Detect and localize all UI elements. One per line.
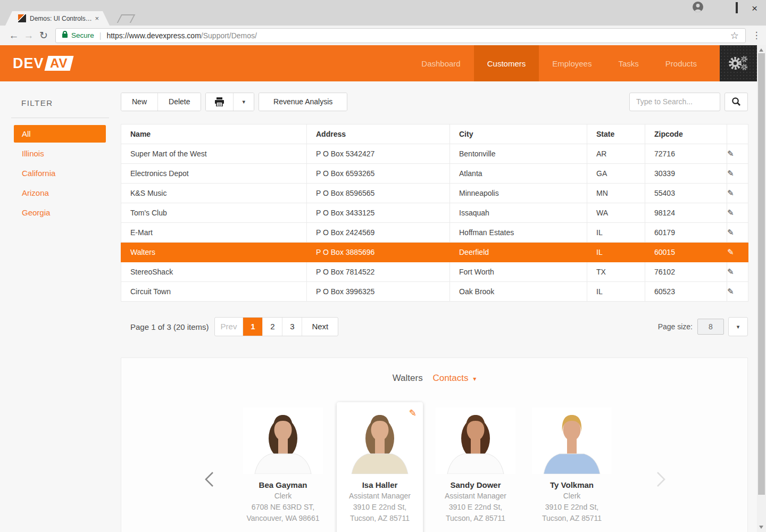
- contact-address1: 3910 E 22nd St,: [430, 502, 521, 513]
- col-header-city[interactable]: City: [450, 124, 587, 144]
- contact-card[interactable]: Sandy Dower Assistant Manager 3910 E 22n…: [430, 408, 521, 524]
- pager-page-2[interactable]: 2: [262, 318, 282, 336]
- contact-name: Bea Gayman: [238, 479, 328, 491]
- logo-dev-text: DEV: [13, 55, 44, 72]
- tab-title: Demos: UI Controls and F: [30, 15, 93, 22]
- contact-photo: [340, 408, 420, 474]
- filter-item-georgia[interactable]: Georgia: [0, 203, 121, 222]
- table-row[interactable]: Circuit TownP O Box 3996325 Oak BrookIL …: [121, 282, 748, 302]
- nav-item-products[interactable]: Products: [652, 45, 710, 81]
- edit-row-icon[interactable]: ✎: [727, 208, 734, 217]
- col-header-zipcode[interactable]: Zipcode: [645, 124, 727, 144]
- url-host: https://www.devexpress.com: [106, 31, 201, 40]
- pager-summary: Page 1 of 3 (20 items): [130, 322, 209, 331]
- filter-item-arizona[interactable]: Arizona: [0, 183, 121, 203]
- filter-item-california[interactable]: California: [0, 163, 121, 183]
- scrollbar-thumb[interactable]: [758, 53, 765, 495]
- pager-page-3[interactable]: 3: [282, 318, 302, 336]
- caret-down-icon: ▾: [242, 93, 245, 111]
- edit-row-icon[interactable]: ✎: [727, 287, 734, 296]
- revenue-analysis-button[interactable]: Revenue Analysis: [259, 93, 347, 111]
- table-row-selected[interactable]: WaltersP O Box 3885696 DeerfieldIL 60015…: [121, 243, 748, 262]
- contact-card-selected[interactable]: ✎ Isa Haller Assistant Manager 3910 E 22…: [337, 402, 423, 532]
- table-row[interactable]: Super Mart of the WestP O Box 5342427 Be…: [121, 144, 748, 164]
- contact-role: Clerk: [527, 491, 617, 502]
- bookmark-star-icon[interactable]: ☆: [730, 30, 739, 41]
- secure-label: Secure: [71, 31, 94, 39]
- contact-card[interactable]: Bea Gayman Clerk 6708 NE 63RD ST, Vancou…: [238, 408, 328, 524]
- detail-panel: Walters Contacts ▾ Bea Gayman Clerk 6708…: [121, 358, 748, 532]
- nav-item-tasks[interactable]: Tasks: [605, 45, 652, 81]
- browser-menu-icon[interactable]: ⋮: [750, 30, 763, 41]
- edit-row-icon[interactable]: ✎: [727, 228, 734, 237]
- forward-icon[interactable]: →: [21, 30, 36, 41]
- carousel-prev-icon[interactable]: [202, 471, 216, 488]
- search-input[interactable]: [629, 93, 720, 111]
- new-button[interactable]: New: [121, 93, 157, 111]
- contact-address2: Tucson, AZ 85711: [430, 513, 521, 524]
- table-row[interactable]: E-MartP O Box 2424569 Hoffman EstatesIL …: [121, 223, 748, 243]
- col-header-address[interactable]: Address: [307, 124, 450, 144]
- table-row[interactable]: StereoShackP O Box 7814522 Fort WorthTX …: [121, 262, 748, 282]
- profile-icon[interactable]: [692, 1, 704, 15]
- edit-row-icon[interactable]: ✎: [727, 247, 734, 256]
- contact-card[interactable]: Ty Volkman Clerk 3910 E 22nd St, Tucson,…: [527, 408, 617, 524]
- page-scrollbar[interactable]: [757, 45, 766, 532]
- contact-photo: [436, 408, 515, 474]
- window-close-button[interactable]: ×: [752, 3, 757, 13]
- pager-prev[interactable]: Prev: [215, 318, 243, 336]
- url-path: /Support/Demos/: [201, 31, 257, 40]
- settings-button[interactable]: [720, 45, 757, 81]
- browser-titlebar: Demos: UI Controls and F × ×: [0, 0, 766, 26]
- new-tab-button[interactable]: [117, 14, 136, 23]
- edit-row-icon[interactable]: ✎: [727, 188, 734, 197]
- nav-item-employees[interactable]: Employees: [539, 45, 605, 81]
- col-header-state[interactable]: State: [587, 124, 645, 144]
- app-navbar: DEV AV Dashboard Customers Employees Tas…: [0, 45, 757, 81]
- filter-item-all[interactable]: All: [14, 125, 106, 143]
- print-options-button[interactable]: ▾: [233, 93, 254, 111]
- filter-item-illinois[interactable]: Illinois: [0, 144, 121, 163]
- devav-logo: DEV AV: [13, 45, 71, 81]
- edit-row-icon[interactable]: ✎: [727, 149, 734, 158]
- caret-down-icon[interactable]: ▾: [473, 375, 476, 383]
- detail-view-selector[interactable]: Contacts: [432, 373, 468, 383]
- maximize-icon: [736, 2, 738, 13]
- table-row[interactable]: Electronics DepotP O Box 6593265 Atlanta…: [121, 164, 748, 184]
- filter-divider: [11, 118, 109, 118]
- url-bar[interactable]: Secure | https://www.devexpress.com /Sup…: [55, 28, 746, 43]
- refresh-icon[interactable]: ↻: [36, 29, 51, 41]
- contact-address1: 3910 E 22nd St,: [527, 502, 617, 513]
- edit-contact-icon[interactable]: ✎: [409, 408, 417, 419]
- page-body: FILTER All Illinois California Arizona G…: [0, 81, 757, 532]
- contact-photo: [532, 408, 612, 474]
- back-icon[interactable]: ←: [6, 30, 21, 41]
- maximize-button[interactable]: [736, 3, 738, 13]
- printer-icon: [214, 97, 224, 106]
- carousel-next-icon[interactable]: [654, 471, 668, 488]
- pager-next[interactable]: Next: [302, 318, 338, 336]
- contact-name: Sandy Dower: [430, 479, 521, 491]
- edit-row-icon[interactable]: ✎: [727, 169, 734, 178]
- col-header-name[interactable]: Name: [121, 124, 307, 144]
- contact-name: Isa Haller: [337, 479, 423, 491]
- search-button[interactable]: [725, 93, 748, 111]
- contact-name: Ty Volkman: [527, 479, 617, 491]
- scroll-down-icon[interactable]: [759, 526, 763, 529]
- caret-down-icon: ▾: [737, 323, 740, 330]
- page-size-dropdown[interactable]: ▾: [728, 317, 748, 336]
- delete-button[interactable]: Delete: [157, 93, 201, 111]
- table-row[interactable]: Tom's ClubP O Box 3433125 IssaquahWA 981…: [121, 203, 748, 223]
- nav-item-customers[interactable]: Customers: [474, 45, 539, 81]
- scroll-up-icon[interactable]: [759, 48, 763, 52]
- devexpress-favicon: [18, 14, 26, 22]
- gears-icon: [727, 54, 750, 73]
- table-row[interactable]: K&S MusicP O Box 8596565 MinneapolisMN 5…: [121, 184, 748, 203]
- edit-row-icon[interactable]: ✎: [727, 267, 734, 276]
- contact-address2: Tucson, AZ 85711: [337, 513, 423, 524]
- browser-tab[interactable]: Demos: UI Controls and F ×: [5, 11, 110, 26]
- tab-close-icon[interactable]: ×: [95, 14, 99, 22]
- nav-item-dashboard[interactable]: Dashboard: [408, 45, 473, 81]
- print-button[interactable]: [206, 93, 233, 111]
- pager-page-1[interactable]: 1: [243, 318, 262, 336]
